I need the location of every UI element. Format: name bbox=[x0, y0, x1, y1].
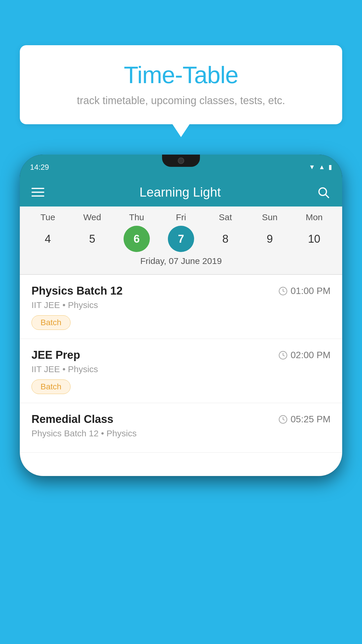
schedule-item-3-header: Remedial Class 05:25 PM bbox=[31, 413, 331, 426]
day-label-sun: Sun bbox=[257, 212, 283, 222]
clock-icon-3 bbox=[278, 415, 288, 424]
calendar-strip: Tue Wed Thu Fri Sat Sun Mon 4 5 6 7 8 9 … bbox=[20, 206, 342, 274]
schedule-item-2-header: JEE Prep 02:00 PM bbox=[31, 349, 331, 361]
phone-bottom-curve bbox=[20, 453, 342, 476]
day-8[interactable]: 8 bbox=[212, 226, 238, 252]
day-label-tue: Tue bbox=[35, 212, 61, 222]
battery-icon: ▮ bbox=[328, 163, 332, 171]
schedule-item-1[interactable]: Physics Batch 12 01:00 PM IIT JEE • Phys… bbox=[20, 275, 342, 339]
schedule-item-3-time-text: 05:25 PM bbox=[291, 414, 331, 425]
phone: 14:29 ▼ ▲ ▮ Learning Light bbox=[20, 155, 342, 476]
speech-bubble: Time-Table track timetable, upcoming cla… bbox=[20, 45, 342, 124]
schedule-item-2-subtitle: IIT JEE • Physics bbox=[31, 364, 331, 374]
day-5[interactable]: 5 bbox=[79, 226, 105, 252]
day-label-thu: Thu bbox=[124, 212, 150, 222]
bubble-subtitle: track timetable, upcoming classes, tests… bbox=[37, 94, 325, 107]
schedule-item-2-time: 02:00 PM bbox=[278, 350, 331, 360]
clock-icon-2 bbox=[278, 351, 288, 360]
wifi-icon: ▼ bbox=[309, 163, 315, 171]
schedule-list: Physics Batch 12 01:00 PM IIT JEE • Phys… bbox=[20, 275, 342, 453]
day-label-wed: Wed bbox=[79, 212, 105, 222]
clock-icon-1 bbox=[278, 286, 288, 296]
day-label-fri: Fri bbox=[168, 212, 194, 222]
day-7-selected[interactable]: 7 bbox=[168, 226, 194, 252]
status-icons: ▼ ▲ ▮ bbox=[309, 162, 332, 171]
status-time: 14:29 bbox=[30, 161, 49, 172]
phone-notch bbox=[162, 155, 200, 167]
schedule-item-2-tag: Batch bbox=[31, 379, 71, 394]
day-6-today[interactable]: 6 bbox=[124, 226, 150, 252]
schedule-item-3-title: Remedial Class bbox=[31, 413, 113, 426]
search-icon[interactable] bbox=[316, 185, 331, 200]
schedule-item-3-time: 05:25 PM bbox=[278, 414, 331, 425]
status-bar: 14:29 ▼ ▲ ▮ bbox=[20, 155, 342, 178]
phone-container: 14:29 ▼ ▲ ▮ Learning Light bbox=[20, 155, 342, 644]
speech-bubble-container: Time-Table track timetable, upcoming cla… bbox=[20, 45, 342, 124]
day-10[interactable]: 10 bbox=[301, 226, 327, 252]
schedule-item-1-title: Physics Batch 12 bbox=[31, 285, 123, 297]
day-labels: Tue Wed Thu Fri Sat Sun Mon bbox=[20, 212, 342, 222]
day-numbers: 4 5 6 7 8 9 10 bbox=[20, 226, 342, 252]
day-label-sat: Sat bbox=[212, 212, 238, 222]
schedule-item-1-tag: Batch bbox=[31, 315, 71, 330]
hamburger-menu-icon[interactable] bbox=[31, 188, 44, 197]
bubble-title: Time-Table bbox=[37, 61, 325, 89]
schedule-item-1-time: 01:00 PM bbox=[278, 286, 331, 296]
day-9[interactable]: 9 bbox=[257, 226, 283, 252]
signal-icon: ▲ bbox=[319, 163, 325, 171]
schedule-item-1-subtitle: IIT JEE • Physics bbox=[31, 300, 331, 310]
schedule-item-2[interactable]: JEE Prep 02:00 PM IIT JEE • Physics Batc… bbox=[20, 339, 342, 403]
selected-date-label: Friday, 07 June 2019 bbox=[20, 252, 342, 271]
day-label-mon: Mon bbox=[301, 212, 327, 222]
app-title: Learning Light bbox=[140, 185, 221, 200]
schedule-item-3-subtitle: Physics Batch 12 • Physics bbox=[31, 428, 331, 438]
app-bar: Learning Light bbox=[20, 178, 342, 206]
day-4[interactable]: 4 bbox=[35, 226, 61, 252]
schedule-item-1-time-text: 01:00 PM bbox=[291, 286, 331, 296]
schedule-item-1-header: Physics Batch 12 01:00 PM bbox=[31, 285, 331, 297]
schedule-item-2-time-text: 02:00 PM bbox=[291, 350, 331, 360]
schedule-item-3[interactable]: Remedial Class 05:25 PM Physics Batch 12… bbox=[20, 403, 342, 453]
svg-line-1 bbox=[326, 195, 328, 197]
camera bbox=[178, 158, 184, 164]
schedule-item-2-title: JEE Prep bbox=[31, 349, 80, 361]
